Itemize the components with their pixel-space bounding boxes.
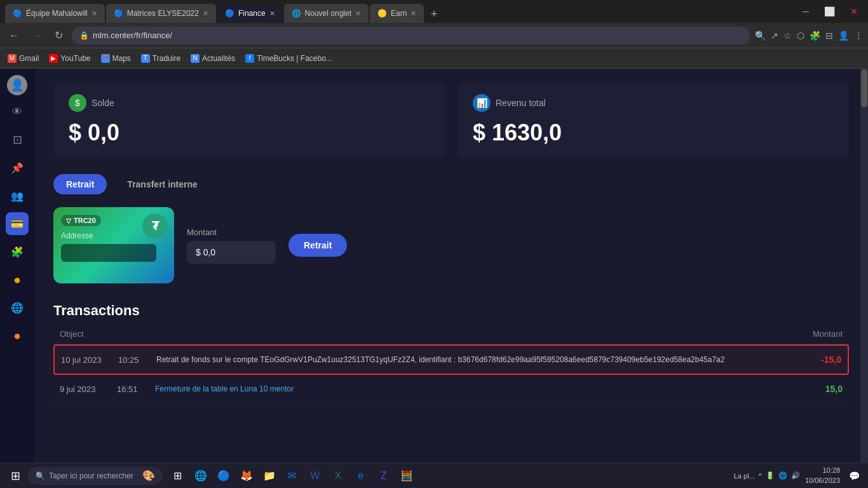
tab-transfert-btn[interactable]: Transfert interne	[114, 174, 210, 194]
translate-icon: T	[141, 54, 150, 63]
coin-icon: ●	[13, 273, 21, 287]
tx-date-2: 9 jui 2023	[60, 384, 117, 394]
minimize-button[interactable]: ─	[797, 4, 814, 19]
tab-close-4[interactable]: ✕	[355, 10, 361, 18]
sidebar-item-finance[interactable]: 💳	[6, 212, 29, 235]
sidebar-item-watch[interactable]: 👁	[6, 100, 29, 123]
maximize-button[interactable]: ⬜	[819, 4, 840, 19]
tab-earn[interactable]: 🟡 Earn ✕	[370, 4, 424, 23]
tab-equipe[interactable]: 🔵 Équipe Mahalowill ✕	[5, 4, 105, 23]
amount-input[interactable]	[187, 241, 276, 264]
balance-icon: $	[69, 94, 86, 112]
taskbar-files[interactable]: 📁	[259, 466, 280, 486]
chevron-icon[interactable]: ^	[759, 472, 762, 480]
sidebar-item-toggle[interactable]: ⊡	[6, 128, 29, 151]
sidebar-item-coin[interactable]: ●	[6, 268, 29, 291]
tabs-container: 🔵 Équipe Mahalowill ✕ 🔵 Matrices ELYSE20…	[5, 0, 792, 23]
forward-button[interactable]: →	[28, 27, 46, 44]
bookmark-gmail[interactable]: M Gmail	[8, 54, 39, 63]
crypto-card: ▽ TRC20 ₮ Addresse	[53, 207, 174, 283]
taskbar-search[interactable]: 🔍 Taper ici pour rechercher 🎨	[28, 467, 163, 485]
tab-nouvel-onglet[interactable]: 🌐 Nouvel onglet ✕	[284, 4, 369, 23]
systray: La pl... ^ 🔋 🌐 🔊	[734, 471, 800, 480]
new-tab-button[interactable]: +	[425, 5, 443, 23]
tab-close-3[interactable]: ✕	[269, 10, 275, 18]
tab-close-5[interactable]: ✕	[410, 10, 416, 18]
screenshot-icon[interactable]: ⬡	[797, 30, 804, 41]
address-bar[interactable]: 🔒 mlm.center/fr/finance/	[72, 27, 750, 44]
maps-icon: 📍	[101, 54, 110, 63]
taskbar-word[interactable]: W	[305, 466, 325, 486]
battery-icon: 🔋	[766, 471, 775, 480]
bookmark-youtube[interactable]: ▶ YouTube	[49, 54, 90, 63]
search-icon[interactable]: 🔍	[755, 30, 766, 41]
eye-icon: 👁	[12, 106, 22, 118]
user-avatar[interactable]: 👤	[7, 75, 27, 95]
sidebar-icon[interactable]: ⊟	[825, 30, 833, 41]
sidebar-item-team[interactable]: 👥	[6, 184, 29, 207]
withdrawal-form: ▽ TRC20 ₮ Addresse Montant Retrait	[53, 207, 849, 283]
scrollbar-track[interactable]	[860, 69, 868, 488]
balance-card: $ Solde $ 0,0	[53, 81, 445, 159]
bookmarks-bar: M Gmail ▶ YouTube 📍 Maps T Traduire N Ac…	[0, 48, 868, 69]
tx-amount-2: 15,0	[825, 384, 843, 394]
close-button[interactable]: ✕	[845, 4, 863, 19]
share-icon[interactable]: ↗	[771, 30, 778, 41]
sidebar-item-pin[interactable]: 📌	[6, 156, 29, 179]
notification-button[interactable]: 💬	[845, 467, 863, 485]
tab-finance[interactable]: 🔵 Finance ✕	[217, 4, 283, 23]
sidebar-item-globe[interactable]: 🌐	[6, 296, 29, 319]
transactions-section: Transactions Object Montant 10 jui 2023 …	[53, 302, 849, 403]
tab-close-2[interactable]: ✕	[203, 10, 208, 18]
sidebar-item-games[interactable]: 🧩	[6, 240, 29, 263]
scrollbar-thumb[interactable]	[861, 69, 867, 107]
tab-close-1[interactable]: ✕	[92, 10, 97, 18]
taskbar: ⊞ 🔍 Taper ici pour rechercher 🎨 ⊞ 🌐 🔵 🦊 …	[0, 463, 868, 488]
address-input[interactable]	[61, 244, 156, 262]
news-icon: N	[191, 54, 200, 63]
refresh-button[interactable]: ↻	[51, 27, 67, 44]
taskbar-calculator[interactable]: 🧮	[397, 466, 417, 486]
tab-retrait-btn[interactable]: Retrait	[53, 174, 107, 194]
tx-link-2[interactable]: Fermeture de la table en Luna 10 mentor	[155, 384, 294, 393]
balance-value: $ 0,0	[69, 119, 430, 146]
main-layout: 👤 👁 ⊡ 📌 👥 💳 🧩 ● 🌐 ●	[0, 69, 868, 488]
taskbar-clock[interactable]: 10:28 10/06/2023	[805, 466, 840, 485]
back-button[interactable]: ←	[5, 27, 23, 44]
taskbar-edge[interactable]: 🌐	[191, 466, 211, 486]
taskbar-edge2[interactable]: e	[351, 466, 371, 486]
youtube-icon: ▶	[49, 54, 58, 63]
bookmark-traduire[interactable]: T Traduire	[141, 54, 180, 63]
bookmark-timebucks[interactable]: f TimeBucks | Facebo...	[245, 54, 332, 63]
taskbar-task-view[interactable]: ⊞	[168, 466, 188, 486]
tab-matrices[interactable]: 🔵 Matrices ELYSE2022 ✕	[106, 4, 216, 23]
taskbar-app-z[interactable]: Z	[374, 466, 394, 486]
tx-time-1: 10:25	[118, 355, 156, 365]
bookmark-actualites[interactable]: N Actualités	[191, 54, 235, 63]
revenue-card-header: 📊 Revenu total	[473, 94, 834, 112]
balance-card-header: $ Solde	[69, 94, 430, 112]
taskbar-mail[interactable]: ✉	[282, 466, 302, 486]
gmail-icon: M	[8, 54, 17, 63]
taskbar-excel[interactable]: X	[328, 466, 348, 486]
retrait-submit-button[interactable]: Retrait	[288, 234, 347, 257]
extension-icon[interactable]: 🧩	[810, 30, 820, 41]
taskbar-firefox[interactable]: 🦊	[236, 466, 257, 486]
menu-icon[interactable]: ⋮	[854, 30, 863, 41]
taskbar-chrome[interactable]: 🔵	[214, 466, 234, 486]
table-row: 10 jui 2023 10:25 Retrait de fonds sur l…	[53, 344, 849, 375]
start-button[interactable]: ⊞	[5, 466, 25, 486]
bookmark-icon[interactable]: ☆	[783, 30, 792, 41]
sidebar-item-orange[interactable]: ●	[6, 324, 29, 347]
tx-date-1: 10 jui 2023	[61, 355, 118, 365]
window-controls: ─ ⬜ ✕	[792, 4, 863, 19]
revenue-icon: 📊	[473, 94, 491, 112]
people-icon: 👥	[11, 190, 24, 202]
toggle-icon: ⊡	[13, 133, 22, 147]
profile-icon[interactable]: 👤	[838, 30, 849, 41]
globe-icon: 🌐	[11, 302, 24, 314]
volume-icon: 🔊	[791, 471, 800, 480]
bookmark-maps[interactable]: 📍 Maps	[101, 54, 131, 63]
revenue-card: 📊 Revenu total $ 1630,0	[458, 81, 849, 159]
browser-chrome: 🔵 Équipe Mahalowill ✕ 🔵 Matrices ELYSE20…	[0, 0, 868, 69]
